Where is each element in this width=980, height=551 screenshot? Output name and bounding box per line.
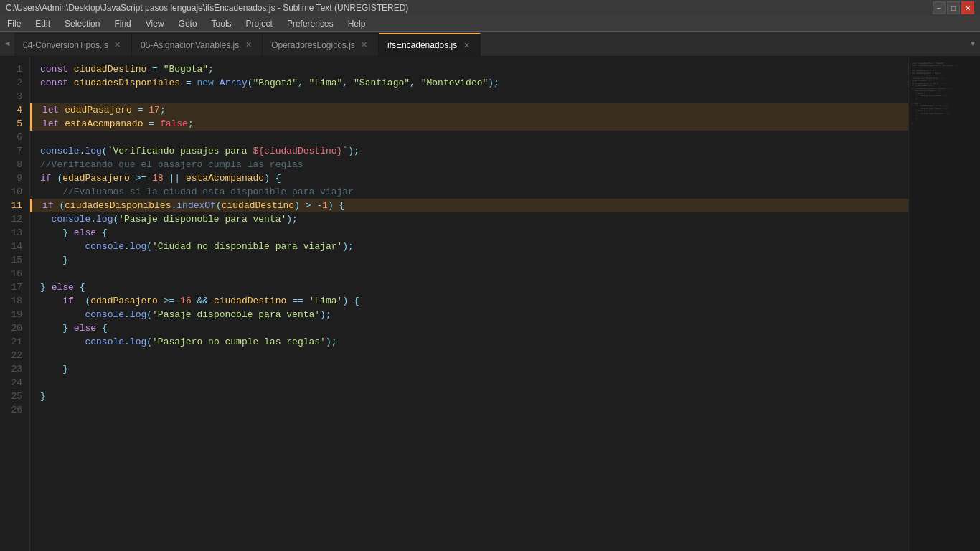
minimize-button[interactable]: − (933, 1, 946, 14)
line-num-23: 23 (0, 362, 22, 376)
code-line-2: const ciudadesDisponibles = new Array("B… (40, 76, 908, 90)
menu-bar: File Edit Selection Find View Goto Tools… (0, 16, 980, 32)
minimap: const ciudadDestino = "Bogota"; const ci… (908, 57, 980, 551)
tab-bar: ◀ 04-ConversionTipos.js ✕ 05-AsignacionV… (0, 32, 980, 57)
tab-close-operadores[interactable]: ✕ (359, 40, 369, 50)
line-num-15: 15 (0, 253, 22, 267)
code-line-5: let estaAcompanado = false; (30, 117, 908, 131)
code-area[interactable]: const ciudadDestino = "Bogota"; const ci… (30, 57, 908, 551)
line-num-21: 21 (0, 335, 22, 349)
code-line-1: const ciudadDestino = "Bogota"; (40, 62, 908, 76)
tab-close-05[interactable]: ✕ (243, 40, 253, 50)
code-line-3 (40, 90, 908, 103)
tab-scroll-right[interactable]: ▼ (966, 32, 980, 56)
close-button[interactable]: ✕ (961, 1, 974, 14)
line-num-19: 19 (0, 308, 22, 321)
tab-ifsencadenados[interactable]: ifsEncadenados.js ✕ (379, 33, 481, 56)
code-line-11: if (ciudadesDisponibles.indexOf(ciudadDe… (30, 199, 908, 212)
line-num-4: 4 (0, 103, 22, 117)
minimap-content: const ciudadDestino = "Bogota"; const ci… (909, 57, 980, 131)
line-num-18: 18 (0, 294, 22, 308)
menu-tools[interactable]: Tools (204, 16, 239, 31)
line-num-6: 6 (0, 131, 22, 144)
code-line-8: //Verificando que el pasajero cumpla las… (40, 158, 908, 171)
code-line-14: console.log('Ciudad no disponible para v… (40, 240, 908, 253)
code-line-19: console.log('Pasaje disponoble para vent… (40, 308, 908, 321)
line-num-2: 2 (0, 76, 22, 90)
code-line-7: console.log(`Verificando pasajes para ${… (40, 144, 908, 158)
menu-help[interactable]: Help (341, 16, 373, 31)
tab-scroll-left[interactable]: ◀ (0, 32, 14, 56)
line-numbers: 1 2 3 4 5 6 7 8 9 10 11 12 13 14 15 16 1… (0, 57, 30, 551)
tab-operadoreslogicos[interactable]: OperadoresLogicos.js ✕ (263, 33, 379, 56)
menu-edit[interactable]: Edit (28, 16, 57, 31)
menu-selection[interactable]: Selection (57, 16, 107, 31)
code-line-17: } else { (40, 281, 908, 294)
code-line-15: } (40, 253, 908, 267)
menu-project[interactable]: Project (239, 16, 280, 31)
title-bar-text: C:\Users\Admin\Desktop\JavaScript pasos … (6, 3, 408, 13)
tab-close-04[interactable]: ✕ (113, 40, 123, 50)
line-num-7: 7 (0, 144, 22, 158)
code-line-6 (40, 131, 908, 144)
line-num-20: 20 (0, 321, 22, 335)
code-line-21: console.log('Pasajero no cumple las regl… (40, 335, 908, 349)
title-bar: C:\Users\Admin\Desktop\JavaScript pasos … (0, 0, 980, 16)
line-num-26: 26 (0, 403, 22, 417)
menu-view[interactable]: View (138, 16, 171, 31)
line-num-24: 24 (0, 376, 22, 390)
editor: 1 2 3 4 5 6 7 8 9 10 11 12 13 14 15 16 1… (0, 57, 980, 551)
line-num-22: 22 (0, 349, 22, 362)
line-num-11: 11 (0, 199, 22, 212)
line-num-10: 10 (0, 185, 22, 199)
code-line-22 (40, 349, 908, 362)
code-line-23: } (40, 362, 908, 376)
code-line-25: } (40, 390, 908, 403)
line-num-13: 13 (0, 226, 22, 240)
line-num-3: 3 (0, 90, 22, 103)
menu-find[interactable]: Find (107, 16, 138, 31)
line-num-9: 9 (0, 171, 22, 185)
line-num-16: 16 (0, 267, 22, 281)
code-line-18: if (edadPasajero >= 16 && ciudadDestino … (40, 294, 908, 308)
menu-preferences[interactable]: Preferences (280, 16, 341, 31)
code-line-9: if (edadPasajero >= 18 || estaAcompanado… (40, 171, 908, 185)
menu-goto[interactable]: Goto (171, 16, 204, 31)
code-line-16 (40, 267, 908, 281)
code-line-26 (40, 403, 908, 417)
code-line-24 (40, 376, 908, 390)
line-num-14: 14 (0, 240, 22, 253)
line-num-8: 8 (0, 158, 22, 171)
tab-05-asignacionvariables[interactable]: 05-AsignacionVariables.js ✕ (132, 33, 263, 56)
tab-close-ifs[interactable]: ✕ (461, 40, 471, 50)
line-num-1: 1 (0, 62, 22, 76)
code-line-10: //Evaluamos si la ciudad esta disponible… (40, 185, 908, 199)
maximize-button[interactable]: □ (947, 1, 960, 14)
menu-file[interactable]: File (0, 16, 28, 31)
code-line-13: } else { (40, 226, 908, 240)
line-num-12: 12 (0, 212, 22, 226)
code-line-4: let edadPasajero = 17; (30, 103, 908, 117)
code-line-20: } else { (40, 321, 908, 335)
line-num-5: 5 (0, 117, 22, 131)
tab-04-conversiontipos[interactable]: 04-ConversionTipos.js ✕ (14, 33, 132, 56)
line-num-17: 17 (0, 281, 22, 294)
title-bar-controls[interactable]: − □ ✕ (933, 1, 974, 14)
code-line-12: console.log('Pasaje disponoble para vent… (40, 212, 908, 226)
line-num-25: 25 (0, 390, 22, 403)
